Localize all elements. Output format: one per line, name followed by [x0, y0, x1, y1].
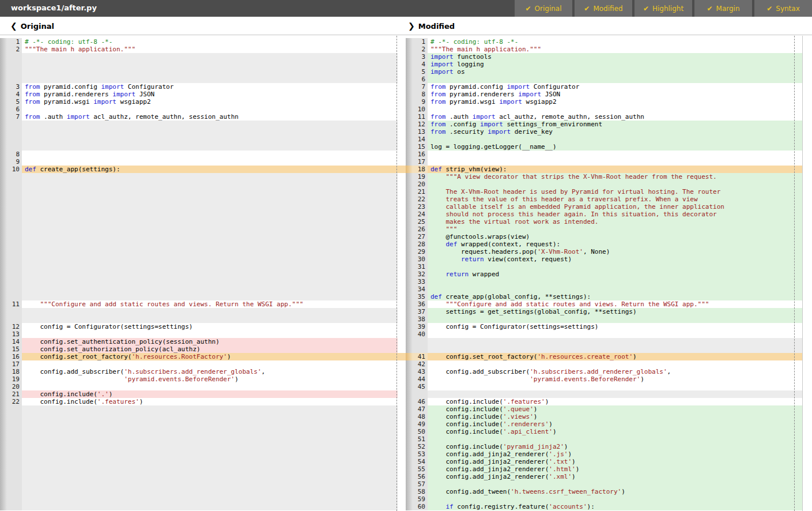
line-number — [7, 270, 22, 278]
line-number: 17 — [7, 360, 22, 368]
line-number: 1 — [7, 38, 22, 46]
code-text: settings = get_settings(global_config, *… — [428, 308, 802, 315]
gutter-strip — [0, 188, 7, 196]
toggle-highlight-button[interactable]: ✔Highlight — [635, 0, 692, 17]
code-line: 49 config.include('.renderers') — [406, 420, 802, 428]
gutter-strip — [406, 61, 413, 68]
line-number: 2 — [413, 46, 428, 53]
gutter-strip — [406, 270, 413, 278]
window-title: workspace1/after.py — [11, 3, 97, 12]
keyword-token: import — [93, 98, 116, 106]
toggle-modified-button[interactable]: ✔Modified — [575, 0, 632, 17]
plain-token — [430, 270, 446, 278]
line-number — [7, 121, 22, 128]
code-line: 9from pyramid.wsgi import wsgiapp2 — [406, 98, 802, 106]
filler-line — [0, 293, 398, 300]
code-line: 45 — [406, 383, 802, 390]
code-text — [428, 435, 802, 443]
original-pane[interactable]: 1# -*- coding: utf-8 -*-2"""The main h a… — [0, 36, 398, 511]
line-number — [7, 61, 22, 68]
gutter-strip — [406, 233, 413, 241]
line-number: 46 — [413, 398, 428, 405]
gutter-strip — [0, 465, 7, 473]
gutter-strip — [406, 503, 413, 510]
line-number — [7, 480, 22, 488]
string-token: '.views' — [503, 413, 534, 420]
code-text: config.include('.views') — [428, 413, 802, 420]
gutter-strip — [406, 136, 413, 143]
toggle-original-button[interactable]: ✔Original — [515, 0, 572, 17]
gutter-strip — [0, 435, 7, 443]
filler-line — [0, 121, 398, 128]
line-number — [7, 218, 22, 226]
gutter-strip — [0, 338, 7, 345]
code-text — [22, 121, 398, 128]
filler-line — [0, 420, 398, 428]
line-number: 9 — [413, 98, 428, 106]
code-text — [22, 480, 398, 488]
plain-token: ) — [553, 428, 557, 435]
code-line: 4from pyramid.renderers import JSON — [0, 91, 398, 98]
code-text — [428, 158, 802, 166]
gutter-strip — [0, 203, 7, 211]
code-text — [22, 196, 398, 203]
toggle-syntax-button[interactable]: ✔Syntax — [754, 0, 812, 17]
gutter-strip — [0, 113, 7, 121]
gutter-strip — [406, 330, 413, 338]
string-token: 'h.resources.create_root' — [537, 353, 633, 360]
code-line: 3import functools — [406, 53, 802, 61]
code-text: config.include('.features') — [22, 398, 398, 405]
plain-token — [430, 256, 461, 263]
gutter-strip — [406, 435, 413, 443]
plain-token: strip_vhm(view): — [442, 166, 507, 173]
keyword-token: import — [430, 53, 454, 61]
code-line: 47 config.include('.queue') — [406, 405, 802, 413]
plain-token: wrapped — [469, 270, 499, 278]
line-number: 18 — [413, 166, 428, 173]
gutter-strip — [0, 38, 7, 46]
code-line: 42 — [406, 360, 802, 368]
line-number — [7, 488, 22, 495]
code-text — [22, 173, 398, 181]
code-text: import os — [428, 68, 802, 76]
modified-pane[interactable]: 1# -*- coding: utf-8 -*-2"""The main h a… — [406, 36, 803, 511]
code-line: 22 config.include('.features') — [0, 398, 398, 405]
gutter-strip — [0, 248, 7, 256]
code-text — [22, 61, 398, 68]
line-number: 38 — [413, 315, 428, 323]
line-number: 31 — [413, 263, 428, 270]
gutter-strip — [0, 330, 7, 338]
gutter-strip — [0, 413, 7, 420]
code-text — [22, 413, 398, 420]
gutter-strip — [0, 390, 7, 398]
code-line: 1# -*- coding: utf-8 -*- — [406, 38, 802, 46]
line-number: 30 — [413, 256, 428, 263]
line-number: 16 — [413, 151, 428, 158]
gutter-strip — [406, 151, 413, 158]
keyword-token: def — [430, 166, 442, 173]
toggle-margin-button[interactable]: ✔Margin — [694, 0, 752, 17]
code-text — [22, 465, 398, 473]
code-text: treats the value of this header as a tra… — [428, 196, 802, 203]
gutter-strip — [406, 248, 413, 256]
filler-line — [0, 285, 398, 293]
modified-pane-label: Modified — [418, 22, 455, 31]
keyword-token: from — [25, 113, 40, 121]
gutter-strip — [406, 495, 413, 503]
line-number — [7, 211, 22, 218]
checkmark-icon: ✔ — [643, 5, 649, 13]
code-line: 14 config.set_authentication_policy(sess… — [0, 338, 398, 345]
code-text: config.add_subscriber('h.subscribers.add… — [22, 368, 398, 375]
gutter-strip — [0, 76, 7, 83]
filler-line — [0, 270, 398, 278]
gutter-strip — [406, 345, 413, 353]
code-text — [22, 285, 398, 293]
gutter-strip — [406, 488, 413, 495]
filler-line — [0, 226, 398, 233]
line-number — [7, 420, 22, 428]
plain-token: , — [667, 368, 671, 375]
line-number: 45 — [413, 383, 428, 390]
plain-token: .auth — [446, 113, 473, 121]
code-line: 46 config.include('.features') — [406, 398, 802, 405]
plain-token: config.set_root_factory( — [430, 353, 537, 360]
